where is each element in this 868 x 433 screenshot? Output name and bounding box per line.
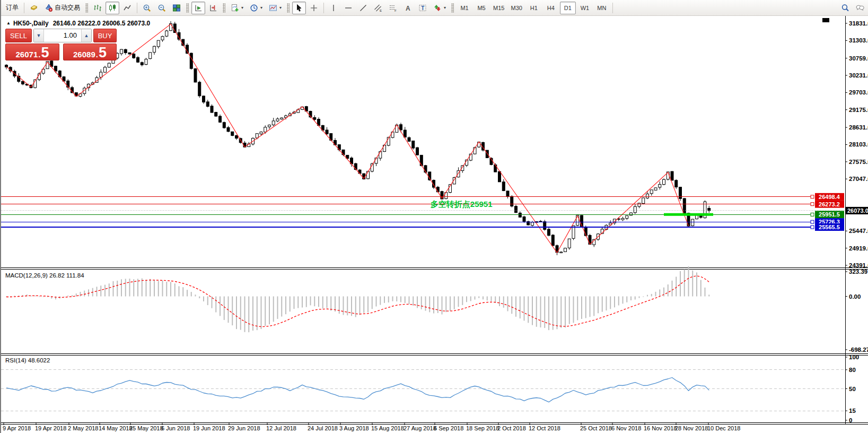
time-axis-label[interactable]: 6 Sep 2018 [434,425,463,431]
chart-title: ▲HK50-,Daily26146.0 26222.0 26006.5 2607… [6,20,150,27]
timeframe-w1-button[interactable]: W1 [577,2,593,14]
bar-chart-button[interactable] [91,2,104,14]
templates-button[interactable]: ▾ [266,2,284,14]
macd-histogram-bar [421,297,422,309]
toolbar-grip [85,3,88,13]
timeframe-h4-button[interactable]: H4 [543,2,559,14]
timeframe-mn-button[interactable]: MN [594,2,610,14]
collapse-triangle-icon[interactable]: ▲ [6,21,11,25]
timeframe-m5-button[interactable]: M5 [474,2,489,14]
chat-button[interactable] [853,2,867,14]
time-axis-label[interactable]: 6 Jun 2018 [161,425,190,431]
volume-decrease-button[interactable]: ▼ [34,29,44,42]
time-axis-label[interactable]: 16 Nov 2018 [644,425,677,431]
time-axis-label[interactable]: 12 Jul 2018 [266,425,296,431]
time-axis-label[interactable]: 9 Apr 2018 [3,425,31,431]
time-axis-label[interactable]: 15 Aug 2018 [371,425,404,431]
sell-price-display[interactable]: 26071 . 5 [5,44,59,60]
time-axis-label[interactable]: 19 Apr 2018 [35,425,66,431]
candlestick-chart-button[interactable] [106,2,119,14]
timeframe-m30-button[interactable]: M30 [508,2,524,14]
line-chart-button[interactable] [120,2,134,14]
time-axis-label[interactable]: 12 Oct 2018 [529,425,560,431]
buy-price-display[interactable]: 26089 . 5 [63,44,117,60]
periods-button[interactable]: ▾ [247,2,265,14]
time-axis-label[interactable]: 18 Sep 2018 [466,425,499,431]
macd-histogram-bar [367,297,369,313]
arrows-icon [433,4,442,12]
autotrading-button[interactable]: 自动交易 [42,2,83,14]
macd-histogram-bar [207,297,208,306]
gold-book-button[interactable] [27,2,41,14]
candle-body [215,112,217,116]
add-indicator-button[interactable]: ▾ [228,2,246,14]
macd-histogram-bar [626,297,627,302]
price-axis-label: 27047.0 [849,176,868,182]
sell-button[interactable]: SELL [5,29,32,42]
price-axis-label: 30231.0 [849,72,868,79]
triangle-up-icon: ▲ [84,33,89,38]
candle-body [206,102,209,107]
vertical-line-button[interactable] [327,2,340,14]
timeframe-label: M1 [460,5,468,11]
text-button[interactable]: A [401,2,415,14]
time-axis-label[interactable]: 14 May 2018 [99,425,133,431]
buy-price-dot: . [96,50,98,59]
macd-histogram-bar [261,297,262,330]
fibonacci-button[interactable]: F [386,2,400,14]
time-axis-label[interactable]: 25 May 2018 [129,425,163,431]
horizontal-line-button[interactable] [341,2,355,14]
buy-button[interactable]: BUY [93,29,117,42]
toolbar-separator [24,3,24,13]
volume-input[interactable]: 1.00 [44,29,81,42]
time-axis-label[interactable]: 2 Oct 2018 [497,425,526,431]
text-label-button[interactable]: T [416,2,429,14]
chart-shift-marker[interactable] [822,18,829,22]
macd-histogram-bar [347,297,348,316]
cursor-button[interactable] [292,2,306,14]
timeframe-h1-button[interactable]: H1 [526,2,542,14]
time-axis-label[interactable]: 27 Aug 2018 [404,425,436,431]
candle-body [133,54,135,58]
main-chart-canvas[interactable] [1,16,845,267]
macd-histogram-bar [100,285,101,296]
macd-histogram-bar [294,297,295,309]
macd-histogram-bar [635,297,636,300]
auto-scroll-icon [194,4,203,12]
macd-histogram-bar [470,297,471,301]
svg-text:E: E [380,8,382,12]
crosshair-button[interactable] [307,2,321,14]
candle-body [638,203,641,206]
time-axis-label[interactable]: 25 Oct 2018 [580,425,612,431]
timeframe-m15-button[interactable]: M15 [490,2,507,14]
time-axis-label[interactable]: 2 May 2018 [68,425,98,431]
buy-price-dec: 5 [99,46,107,59]
time-axis-label[interactable]: 24 Jul 2018 [308,425,338,431]
auto-scroll-button[interactable] [191,2,205,14]
time-axis-label[interactable]: 10 Dec 2018 [707,425,740,431]
search-button[interactable] [838,2,852,14]
macd-histogram-bar [104,285,106,297]
new-order-label: 订单 [6,3,19,12]
arrows-button[interactable]: ▾ [431,2,449,14]
time-axis-label[interactable]: 28 Nov 2018 [675,425,708,431]
zoom-in-button[interactable] [140,2,154,14]
macd-histogram-bar [569,297,570,324]
macd-histogram-bar [162,281,163,297]
new-order-button[interactable]: 订单 [3,2,21,14]
time-axis-label[interactable]: 6 Nov 2018 [611,425,641,431]
volume-increase-button[interactable]: ▲ [81,29,91,42]
timeframe-d1-button[interactable]: D1 [560,2,576,14]
timeframe-m1-button[interactable]: M1 [457,2,472,14]
tile-windows-button[interactable] [170,2,183,14]
time-axis-label[interactable]: 29 Jun 2018 [228,425,260,431]
chart-shift-button[interactable] [206,2,220,14]
time-axis-label[interactable]: 3 Aug 2018 [339,425,369,431]
price-axis-label: 28631.0 [849,124,868,131]
macd-histogram-bar [647,295,648,297]
time-axis-label[interactable]: 19 Jun 2018 [193,425,225,431]
timeframe-label: M30 [511,5,522,11]
equidistant-channel-button[interactable]: E [371,2,385,14]
trendline-button[interactable] [356,2,370,14]
zoom-out-button[interactable] [155,2,169,14]
